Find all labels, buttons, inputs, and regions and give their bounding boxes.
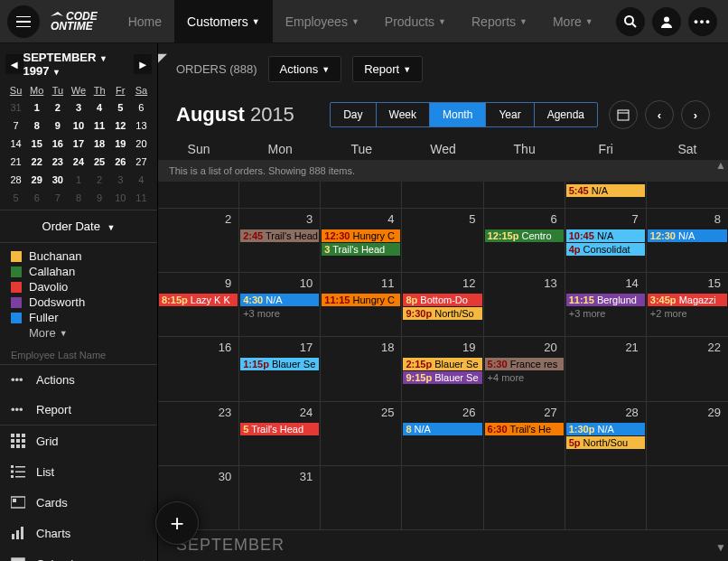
- breadcrumb-label[interactable]: ORDERS (888): [176, 62, 257, 76]
- mini-day[interactable]: 22: [26, 154, 47, 170]
- calendar-event[interactable]: 9:15p Blauer Se: [403, 371, 481, 384]
- calendar-event[interactable]: 5 Trail's Head: [240, 423, 319, 435]
- mini-day[interactable]: 9: [47, 117, 68, 134]
- calendar-cell[interactable]: 1111:15 Hungry C: [321, 273, 402, 336]
- view-year[interactable]: Year: [486, 103, 534, 126]
- calendar-cell[interactable]: 5:45 N/A: [565, 182, 647, 208]
- calendar-cell[interactable]: [321, 466, 402, 529]
- scroll-down-indicator[interactable]: ▼: [715, 541, 726, 554]
- calendar-event[interactable]: 11:15 Berglund: [566, 294, 645, 306]
- calendar-cell[interactable]: 98:15p Lazy K K: [158, 273, 239, 336]
- mini-day[interactable]: 28: [5, 172, 26, 188]
- view-month[interactable]: Month: [430, 103, 486, 126]
- legend-item[interactable]: Dodsworth: [11, 295, 146, 310]
- legend-item[interactable]: Fuller: [11, 310, 146, 325]
- report-dropdown[interactable]: Report▼: [352, 56, 423, 82]
- calendar-cell[interactable]: 18: [321, 337, 402, 400]
- calendar-cell[interactable]: 104:30 N/A+3 more: [239, 273, 321, 336]
- mini-day[interactable]: 5: [5, 190, 26, 206]
- toggle-calendar-button[interactable]: [609, 100, 638, 129]
- calendar-cell[interactable]: 412:30 Hungry C3 Trail's Head: [321, 209, 402, 272]
- actions-dropdown[interactable]: Actions▼: [268, 56, 342, 82]
- mini-day[interactable]: 4: [89, 99, 110, 116]
- mini-day[interactable]: 8: [26, 117, 47, 134]
- mini-day[interactable]: 9: [89, 190, 110, 206]
- mini-cal-prev[interactable]: ◄: [5, 54, 23, 74]
- calendar-event[interactable]: 11:15 Hungry C: [322, 294, 400, 306]
- calendar-cell[interactable]: 23: [158, 402, 239, 465]
- legend-item[interactable]: Buchanan: [11, 248, 146, 264]
- mini-day[interactable]: 23: [47, 154, 68, 170]
- mini-day[interactable]: 6: [26, 190, 47, 206]
- mini-day[interactable]: 30: [47, 172, 68, 188]
- calendar-event[interactable]: 8 N/A: [403, 423, 481, 435]
- calendar-event[interactable]: 12:15p Centro: [485, 229, 564, 242]
- calendar-cell[interactable]: 25: [321, 402, 402, 465]
- collapse-sidebar-handle[interactable]: ◤: [158, 51, 171, 63]
- view-grid[interactable]: Grid: [0, 425, 157, 456]
- calendar-cell[interactable]: 812:30 N/A: [647, 209, 728, 272]
- calendar-event[interactable]: 12:30 Hungry C: [322, 229, 400, 242]
- calendar-cell[interactable]: 281:30p N/A5p North/Sou: [565, 402, 647, 465]
- calendar-event[interactable]: 3:45p Magazzi: [648, 294, 727, 306]
- mini-day[interactable]: 8: [68, 190, 89, 206]
- calendar-cell[interactable]: 31: [239, 466, 321, 529]
- mini-day[interactable]: 12: [110, 117, 131, 134]
- mini-day[interactable]: 11: [89, 117, 110, 134]
- mini-day[interactable]: 13: [131, 117, 152, 134]
- user-button[interactable]: [652, 7, 681, 36]
- calendar-cell[interactable]: 32:45 Trail's Head: [239, 209, 321, 272]
- next-month-button[interactable]: ›: [681, 100, 710, 129]
- calendar-cell[interactable]: [239, 182, 321, 208]
- calendar-cell[interactable]: 276:30 Trail's He: [484, 402, 565, 465]
- order-date-dropdown[interactable]: Order Date ▼: [0, 210, 157, 243]
- more-button[interactable]: •••: [688, 7, 717, 36]
- calendar-cell[interactable]: 245 Trail's Head: [239, 402, 321, 465]
- mini-day[interactable]: 29: [26, 172, 47, 188]
- mini-day[interactable]: 16: [47, 136, 68, 152]
- calendar-cell[interactable]: 13: [484, 273, 565, 336]
- hamburger-button[interactable]: [7, 5, 40, 38]
- mini-day[interactable]: 11: [131, 190, 152, 206]
- mini-day[interactable]: 10: [68, 117, 89, 134]
- calendar-cell[interactable]: 192:15p Blauer Se9:15p Blauer Se: [402, 337, 483, 400]
- calendar-cell[interactable]: 21: [565, 337, 647, 400]
- mini-day[interactable]: 31: [5, 99, 26, 116]
- calendar-event[interactable]: 5:30 France res: [485, 358, 564, 370]
- calendar-event[interactable]: 4:30 N/A: [240, 294, 319, 306]
- nav-customers[interactable]: Customers▼: [174, 0, 273, 42]
- calendar-cell[interactable]: [647, 182, 728, 208]
- calendar-event[interactable]: 5p North/Sou: [566, 436, 645, 449]
- nav-more[interactable]: More▼: [540, 0, 606, 42]
- calendar-cell[interactable]: 29: [647, 402, 728, 465]
- view-agenda[interactable]: Agenda: [535, 103, 597, 126]
- calendar-cell[interactable]: 268 N/A: [402, 402, 483, 465]
- calendar-cell[interactable]: 5: [402, 209, 483, 272]
- mini-day[interactable]: 3: [68, 99, 89, 116]
- legend-item[interactable]: Davolio: [11, 279, 146, 295]
- calendar-event[interactable]: 6:30 Trail's He: [485, 423, 564, 435]
- nav-employees[interactable]: Employees▼: [273, 0, 372, 42]
- calendar-cell[interactable]: [321, 182, 402, 208]
- mini-day[interactable]: 17: [68, 136, 89, 152]
- scroll-up-indicator[interactable]: ▲: [715, 159, 726, 172]
- nav-reports[interactable]: Reports▼: [459, 0, 540, 42]
- legend-item[interactable]: Callahan: [11, 264, 146, 279]
- mini-day[interactable]: 19: [110, 136, 131, 152]
- mini-day[interactable]: 2: [89, 172, 110, 188]
- brand-logo[interactable]: CODE ONTIME: [47, 12, 98, 32]
- mini-day[interactable]: 24: [68, 154, 89, 170]
- more-events[interactable]: +4 more: [484, 371, 565, 384]
- view-week[interactable]: Week: [377, 103, 430, 126]
- calendar-event[interactable]: 8p Bottom-Do: [403, 294, 481, 306]
- more-events[interactable]: +3 more: [239, 307, 320, 320]
- prev-month-button[interactable]: ‹: [645, 100, 674, 129]
- calendar-cell[interactable]: [402, 466, 483, 529]
- mini-day[interactable]: 2: [47, 99, 68, 116]
- calendar-event[interactable]: 4p Consolidat: [566, 243, 645, 256]
- calendar-cell[interactable]: 1411:15 Berglund+3 more: [565, 273, 647, 336]
- calendar-cell[interactable]: 153:45p Magazzi+2 more: [647, 273, 728, 336]
- nav-home[interactable]: Home: [116, 0, 174, 42]
- more-events[interactable]: +2 more: [647, 307, 728, 320]
- mini-day[interactable]: 26: [110, 154, 131, 170]
